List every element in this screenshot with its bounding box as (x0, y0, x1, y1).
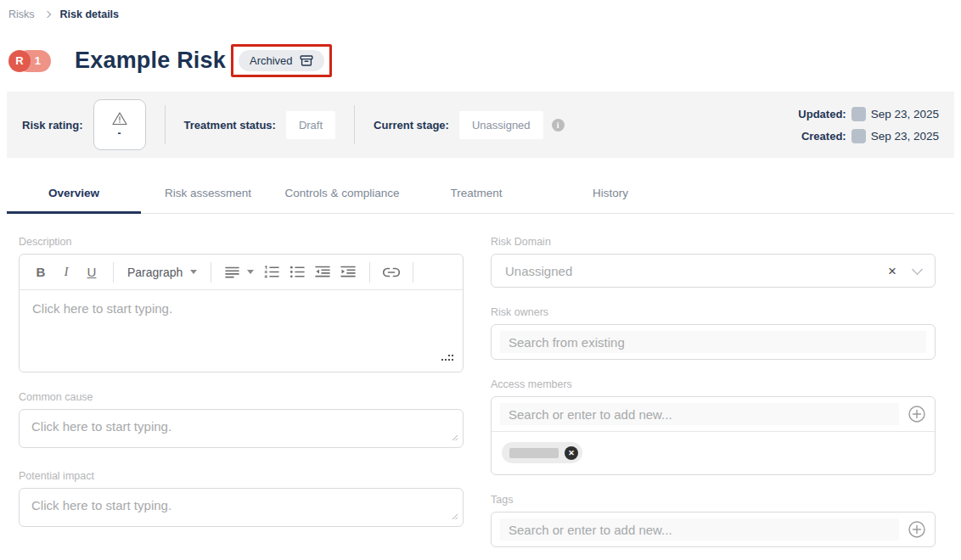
description-rich-text-editor: B I U Paragraph (19, 254, 464, 372)
indent-button[interactable] (337, 261, 359, 283)
outdent-button[interactable] (312, 261, 334, 283)
access-members-box: ✕ (491, 396, 936, 475)
archived-label: Archived (250, 54, 293, 67)
breadcrumb-risks-link[interactable]: Risks (8, 8, 35, 20)
divider (413, 262, 413, 283)
description-editor-body[interactable]: Click here to start typing. (20, 290, 463, 372)
risk-domain-select[interactable]: Unassigned × (491, 254, 936, 288)
current-stage-label: Current stage: (374, 119, 449, 132)
treatment-status-value: Draft (286, 111, 335, 139)
text-align-dropdown[interactable] (222, 266, 257, 278)
redacted-member-name (509, 448, 559, 458)
tab-treatment[interactable]: Treatment (409, 176, 543, 213)
tags-box (491, 512, 936, 547)
bulleted-list-button[interactable] (286, 261, 308, 283)
add-plus-icon[interactable] (908, 405, 926, 423)
risk-id-badge: 1 R (8, 50, 51, 72)
risk-letter-badge: R (8, 50, 31, 72)
tab-controls-compliance[interactable]: Controls & compliance (275, 176, 409, 213)
underline-button[interactable]: U (81, 261, 103, 283)
overview-tab-content: Description B I U Paragraph (0, 214, 961, 560)
divider (211, 262, 211, 283)
description-placeholder: Click here to start typing. (32, 301, 172, 316)
access-members-section: Access members ✕ (491, 378, 936, 475)
access-members-label: Access members (491, 378, 936, 390)
tab-risk-assessment[interactable]: Risk assessment (141, 176, 275, 213)
divider (113, 262, 114, 283)
updated-label: Updated: (798, 108, 846, 120)
treatment-status-label: Treatment status: (184, 119, 276, 132)
breadcrumb: Risks Risk details (0, 0, 961, 20)
breadcrumb-current-page: Risk details (60, 8, 119, 20)
risk-rating-label: Risk rating: (22, 119, 83, 132)
link-button[interactable] (380, 261, 402, 283)
tags-search-input[interactable] (500, 518, 899, 540)
risk-owners-label: Risk owners (491, 306, 936, 318)
right-column: Risk Domain Unassigned × Risk owners Acc… (491, 236, 936, 560)
tab-overview[interactable]: Overview (7, 176, 141, 213)
audit-meta: Updated: Sep 23, 2025 Created: Sep 23, 2… (798, 107, 939, 143)
warning-triangle-icon (111, 111, 128, 126)
member-chip: ✕ (502, 442, 582, 463)
page-header: 1 R Example Risk Archived (8, 44, 961, 77)
divider (354, 105, 355, 144)
annotation-highlight-box: Archived (231, 44, 332, 77)
align-icon (225, 266, 239, 278)
updated-avatar (851, 107, 866, 121)
risk-owners-section: Risk owners (491, 306, 936, 360)
potential-impact-section: Potential impact (19, 470, 464, 530)
tab-history[interactable]: History (543, 176, 677, 213)
risk-rating-value: - (118, 128, 121, 138)
chevron-right-icon (43, 11, 50, 18)
paragraph-style-dropdown[interactable]: Paragraph (124, 266, 200, 279)
tags-section: Tags (491, 494, 936, 547)
divider (369, 262, 370, 283)
risk-rating-box[interactable]: - (93, 99, 146, 150)
created-date: Sep 23, 2025 (871, 130, 939, 143)
risk-domain-label: Risk Domain (491, 236, 936, 248)
chevron-down-icon (190, 270, 197, 274)
risk-summary-bar: Risk rating: - Treatment status: Draft C… (7, 92, 954, 158)
left-column: Description B I U Paragraph (19, 236, 464, 560)
member-chip-row: ✕ (492, 432, 935, 474)
potential-impact-textarea[interactable] (19, 488, 464, 527)
info-icon[interactable]: i (552, 119, 565, 132)
detail-tabs: Overview Risk assessment Controls & comp… (7, 176, 954, 214)
updated-date: Sep 23, 2025 (871, 108, 939, 120)
editor-toolbar: B I U Paragraph (20, 255, 463, 290)
chevron-down-icon[interactable] (912, 264, 923, 275)
archived-status-badge[interactable]: Archived (239, 50, 324, 71)
common-cause-section: Common cause (19, 391, 464, 451)
potential-impact-label: Potential impact (19, 470, 464, 482)
risk-domain-section: Risk Domain Unassigned × (491, 236, 936, 288)
remove-member-icon[interactable]: ✕ (565, 446, 578, 460)
access-members-search-input[interactable] (500, 403, 899, 425)
page-title: Example Risk (75, 48, 226, 74)
bold-button[interactable]: B (30, 261, 52, 283)
created-label: Created: (801, 130, 846, 143)
created-avatar (851, 129, 866, 143)
paragraph-style-value: Paragraph (127, 266, 183, 279)
archive-icon (300, 54, 313, 67)
resize-handle-icon[interactable] (441, 350, 454, 365)
current-stage-value: Unassigned (459, 111, 543, 139)
tags-label: Tags (491, 494, 936, 506)
clear-icon[interactable]: × (888, 264, 896, 278)
divider (165, 105, 166, 144)
numbered-list-button[interactable] (261, 261, 283, 283)
common-cause-label: Common cause (19, 391, 464, 403)
chevron-down-icon (247, 270, 254, 274)
description-section: Description B I U Paragraph (19, 236, 464, 372)
risk-owners-search-input[interactable] (500, 331, 926, 353)
updated-row: Updated: Sep 23, 2025 (798, 107, 939, 121)
add-plus-icon[interactable] (908, 520, 926, 539)
risk-domain-value: Unassigned (505, 264, 888, 278)
common-cause-textarea[interactable] (19, 409, 464, 448)
description-label: Description (19, 236, 464, 248)
italic-button[interactable]: I (55, 261, 77, 283)
risk-owners-box (491, 324, 936, 360)
created-row: Created: Sep 23, 2025 (801, 129, 939, 143)
